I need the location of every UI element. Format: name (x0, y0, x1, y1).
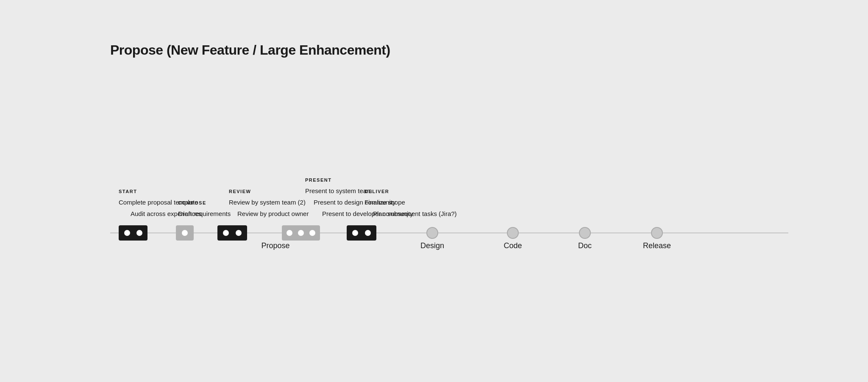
review-dot-1 (223, 230, 229, 236)
review-label: REVIEW (229, 189, 309, 194)
release-node (651, 227, 663, 239)
compose-label: COMPOSE (178, 200, 231, 205)
compose-task-1: Draft requirements (178, 208, 231, 219)
review-task-1: Review by system team (2) (229, 197, 309, 208)
page-title: Propose (New Feature / Large Enhancement… (110, 42, 390, 58)
propose-phase-name: Propose (261, 241, 289, 250)
present-dot-3 (309, 230, 315, 236)
deliver-block (347, 225, 376, 241)
timeline-bar: Propose Design Code Doc Release (110, 220, 788, 246)
present-dot-2 (298, 230, 304, 236)
design-node (426, 227, 438, 239)
deliver-task-1: Finalize scope (364, 197, 457, 208)
doc-phase-name: Doc (578, 241, 592, 250)
deliver-task-2: Plan subsequent tasks (Jira?) (364, 208, 457, 219)
review-dot-2 (236, 230, 242, 236)
present-block (282, 225, 320, 241)
start-dot-2 (136, 230, 142, 236)
review-block (217, 225, 247, 241)
design-phase-name: Design (420, 241, 444, 250)
annotations-area: START Complete proposal template Audit a… (110, 85, 788, 220)
deliver-dot-2 (365, 230, 371, 236)
code-phase-name: Code (504, 241, 522, 250)
compose-annotation: COMPOSE Draft requirements (178, 200, 231, 219)
review-task-2: Review by product owner (229, 208, 309, 219)
compose-block (176, 225, 194, 241)
start-block (119, 225, 147, 241)
start-label: START (119, 189, 202, 194)
timeline-line (110, 233, 788, 233)
timeline-section: START Complete proposal template Audit a… (110, 85, 788, 246)
page-container: Propose (New Feature / Large Enhancement… (0, 0, 868, 382)
deliver-annotation: DELIVER Finalize scope Plan subsequent t… (364, 189, 457, 219)
start-dot-1 (124, 230, 130, 236)
code-node (507, 227, 519, 239)
doc-node (579, 227, 591, 239)
deliver-dot-1 (352, 230, 358, 236)
compose-dot-1 (182, 230, 188, 236)
deliver-label: DELIVER (364, 189, 457, 194)
review-annotation: REVIEW Review by system team (2) Review … (229, 189, 309, 219)
release-phase-name: Release (643, 241, 671, 250)
present-label: PRESENT (305, 177, 413, 183)
present-dot-1 (287, 230, 292, 236)
